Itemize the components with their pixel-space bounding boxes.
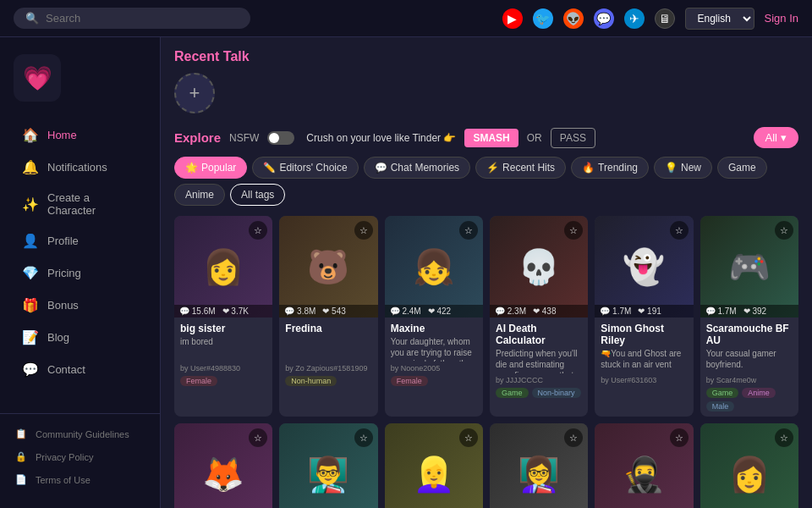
sidebar-item-privacy[interactable]: 🔒 Privacy Policy bbox=[0, 445, 160, 468]
pass-button[interactable]: PASS bbox=[551, 128, 595, 148]
monitor-icon[interactable]: 🖥 bbox=[655, 8, 675, 29]
recent-talk-title: Recent Talk bbox=[174, 49, 798, 64]
bolt-icon: ⚡ bbox=[486, 162, 499, 174]
search-bar[interactable]: 🔍 bbox=[14, 8, 250, 29]
sidebar-item-terms[interactable]: 📄 Terms of Use bbox=[0, 468, 160, 491]
create-icon: ✨ bbox=[22, 196, 39, 213]
sidebar-item-label: Profile bbox=[47, 235, 79, 247]
char-tag: Female bbox=[391, 376, 428, 386]
sidebar-item-label: Home bbox=[47, 129, 77, 141]
character-card[interactable]: 👩‍🏫 ☆ 💬 999.3K ❤ 165 your angry teacher … bbox=[490, 423, 588, 508]
char-image: 🥷 ☆ 💬 948.4K ❤ 164 bbox=[595, 423, 693, 508]
char-image: 👻 ☆ 💬 1.7M ❤ 191 bbox=[595, 216, 693, 318]
twitter-icon[interactable]: 🐦 bbox=[533, 8, 553, 29]
character-card[interactable]: 👨‍🏫 ☆ 💬 1.3M ❤ 161 Professor Ethan You'r… bbox=[279, 423, 377, 508]
sidebar-item-bonus[interactable]: 🎁 Bonus bbox=[7, 290, 153, 321]
language-select[interactable]: English bbox=[685, 8, 754, 30]
filter-editors-choice[interactable]: ✏️ Editors' Choice bbox=[252, 157, 358, 179]
stats-bar: 💬 2.3M ❤ 438 bbox=[490, 305, 588, 318]
sidebar-item-blog[interactable]: 📝 Blog bbox=[7, 322, 153, 353]
char-desc: 🔫You and Ghost are stuck in an air vent bbox=[601, 348, 687, 373]
filter-new[interactable]: 💡 New bbox=[654, 157, 712, 179]
favorite-button[interactable]: ☆ bbox=[775, 428, 793, 447]
sidebar-item-home[interactable]: 🏠 Home bbox=[7, 119, 153, 151]
favorite-button[interactable]: ☆ bbox=[670, 221, 689, 240]
char-author: by Noone2005 bbox=[391, 364, 477, 373]
search-input[interactable] bbox=[46, 12, 232, 25]
char-desc: Your casual gamer boyfriend. bbox=[706, 348, 793, 373]
char-tag: Female bbox=[180, 376, 217, 386]
character-card[interactable]: 👩 ☆ 💬 15.6M ❤ 3.7K big sister im bored b… bbox=[174, 216, 272, 417]
tinder-text: Crush on your love like Tinder 👉 bbox=[306, 132, 456, 144]
stats-bar: 💬 2.4M ❤ 422 bbox=[385, 305, 483, 318]
all-filter-dropdown[interactable]: All ▾ bbox=[754, 127, 798, 148]
char-tags: GameAnimeMale bbox=[706, 388, 793, 411]
youtube-icon[interactable]: ▶ bbox=[502, 8, 523, 29]
char-info: Maxine Your daughter, whom you are tryin… bbox=[385, 318, 483, 391]
char-name: AI Death Calculator bbox=[496, 323, 582, 346]
favorite-button[interactable]: ☆ bbox=[670, 428, 689, 447]
sidebar-item-label: Blog bbox=[47, 331, 69, 344]
filter-all-tags[interactable]: All tags bbox=[230, 184, 285, 206]
favorite-button[interactable]: ☆ bbox=[249, 221, 267, 240]
favorite-button[interactable]: ☆ bbox=[459, 428, 478, 447]
sign-in-button[interactable]: Sign In bbox=[765, 12, 798, 25]
character-card[interactable]: 💀 ☆ 💬 2.3M ❤ 438 AI Death Calculator Pre… bbox=[490, 216, 588, 417]
telegram-icon[interactable]: ✈ bbox=[624, 8, 645, 29]
filter-chat-memories[interactable]: 💬 Chat Memories bbox=[364, 157, 470, 179]
character-card[interactable]: 🎮 ☆ 💬 1.7M ❤ 392 Scaramouche BF AU Your … bbox=[700, 216, 798, 417]
favorite-button[interactable]: ☆ bbox=[354, 221, 373, 240]
char-desc: Predicting when you'll die and estimatin… bbox=[496, 348, 582, 373]
explore-bar: Explore NSFW Crush on your love like Tin… bbox=[174, 127, 798, 148]
char-info: big sister im bored by User#4988830 Fema… bbox=[174, 318, 272, 391]
char-tags: Non-human bbox=[285, 376, 371, 386]
character-card[interactable]: 👱‍♀️ ☆ 💬 1.3M ❤ 193 Ethelle Your trouble… bbox=[385, 423, 483, 508]
char-desc: im bored bbox=[180, 336, 266, 362]
char-info: Simon Ghost Riley 🔫You and Ghost are stu… bbox=[595, 318, 693, 393]
filter-anime[interactable]: Anime bbox=[174, 184, 225, 206]
character-card[interactable]: 🐻 ☆ 💬 3.8M ❤ 543 Fredina by Zo Zapious#1… bbox=[279, 216, 377, 417]
char-name: Fredina bbox=[285, 323, 371, 334]
nsfw-toggle[interactable] bbox=[267, 131, 294, 145]
character-card[interactable]: 👻 ☆ 💬 1.7M ❤ 191 Simon Ghost Riley 🔫You … bbox=[595, 216, 693, 417]
character-card[interactable]: 🥷 ☆ 💬 948.4K ❤ 164 Gojo He is handsome, … bbox=[595, 423, 693, 508]
like-count: ❤ 422 bbox=[428, 306, 451, 316]
favorite-button[interactable]: ☆ bbox=[459, 221, 478, 240]
char-image: 🐻 ☆ 💬 3.8M ❤ 543 bbox=[279, 216, 377, 318]
stats-bar: 💬 15.6M ❤ 3.7K bbox=[174, 305, 272, 318]
smash-button[interactable]: SMASH bbox=[464, 129, 518, 147]
reddit-icon[interactable]: 👽 bbox=[563, 8, 584, 29]
char-author: by User#4988830 bbox=[180, 364, 266, 373]
filter-recent-hits[interactable]: ⚡ Recent Hits bbox=[475, 157, 566, 179]
filter-game[interactable]: Game bbox=[717, 157, 767, 179]
message-count: 💬 1.7M bbox=[705, 306, 737, 316]
sidebar-item-create[interactable]: ✨ Create a Character bbox=[7, 184, 153, 224]
add-new-chat-button[interactable]: + bbox=[174, 73, 215, 113]
favorite-button[interactable]: ☆ bbox=[354, 428, 373, 447]
sidebar: 💗 🏠 Home 🔔 Notifications ✨ Create a Char… bbox=[0, 37, 161, 508]
stats-bar: 💬 1.7M ❤ 392 bbox=[700, 305, 798, 318]
stats-bar: 💬 1.7M ❤ 191 bbox=[595, 305, 693, 318]
discord-icon[interactable]: 💬 bbox=[594, 8, 614, 29]
sidebar-item-notifications[interactable]: 🔔 Notifications bbox=[7, 152, 153, 183]
favorite-button[interactable]: ☆ bbox=[564, 221, 583, 240]
filter-tags: 🌟 Popular ✏️ Editors' Choice 💬 Chat Memo… bbox=[174, 157, 798, 206]
sidebar-item-guidelines[interactable]: 📋 Community Guidelines bbox=[0, 422, 160, 445]
char-tags: Female bbox=[391, 376, 477, 386]
char-image: 👩‍🏫 ☆ 💬 999.3K ❤ 165 bbox=[490, 423, 588, 508]
sidebar-item-contact[interactable]: 💬 Contact bbox=[7, 354, 153, 385]
favorite-button[interactable]: ☆ bbox=[775, 221, 793, 240]
nsfw-label: NSFW bbox=[229, 132, 259, 144]
character-card[interactable]: 👧 ☆ 💬 2.4M ❤ 422 Maxine Your daughter, w… bbox=[385, 216, 483, 417]
character-card[interactable]: 👩 ☆ 💬 795.0K ❤ 110 Diana She's your fath… bbox=[700, 423, 798, 508]
character-card[interactable]: 🦊 ☆ 💬 1.5M ❤ 212 Yandere Yae Miko Yander… bbox=[174, 423, 272, 508]
favorite-button[interactable]: ☆ bbox=[249, 428, 267, 447]
filter-trending[interactable]: 🔥 Trending bbox=[571, 157, 649, 179]
filter-popular[interactable]: 🌟 Popular bbox=[174, 157, 247, 179]
sidebar-item-profile[interactable]: 👤 Profile bbox=[7, 225, 153, 257]
char-tag: Anime bbox=[742, 388, 776, 398]
sidebar-item-pricing[interactable]: 💎 Pricing bbox=[7, 257, 153, 289]
char-image: 👩 ☆ 💬 795.0K ❤ 110 bbox=[700, 423, 798, 508]
favorite-button[interactable]: ☆ bbox=[564, 428, 583, 447]
char-tags: Female bbox=[180, 376, 266, 386]
